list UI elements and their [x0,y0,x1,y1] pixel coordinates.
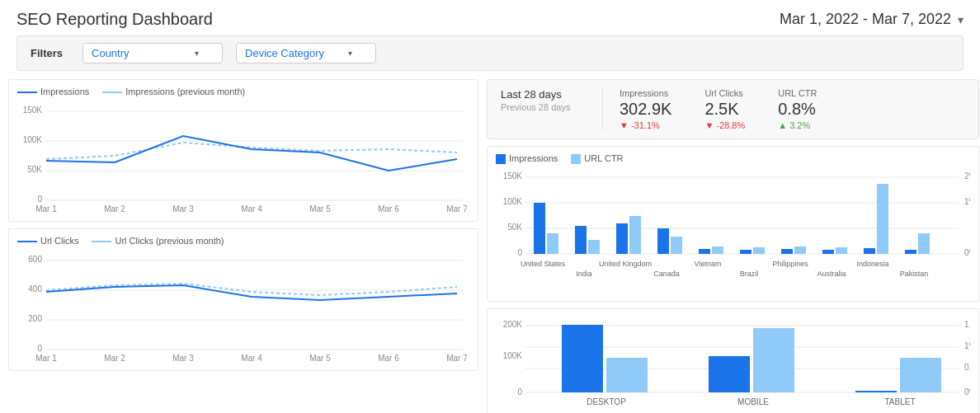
svg-text:150K: 150K [503,171,523,181]
url-clicks-chart-legend: Url Clicks Url Clicks (previous month) [17,236,469,246]
impressions-chart-container: Impressions Impressions (previous month)… [8,79,478,222]
svg-text:MOBILE: MOBILE [737,397,769,406]
svg-text:India: India [576,270,592,278]
date-range-chevron-icon[interactable]: ▾ [958,13,964,26]
impressions-line-dashed [102,92,122,93]
india-impressions-bar [575,226,587,254]
kpi-url-clicks-arrow-icon [704,120,716,130]
svg-text:200K: 200K [503,320,523,329]
kpi-impressions-arrow-icon [620,120,631,130]
kpi-url-ctr-name: URL CTR [778,88,817,98]
device-dropdown-arrow-icon: ▾ [348,49,352,58]
svg-text:50K: 50K [27,165,42,174]
country-dropdown-arrow-icon: ▾ [195,49,199,58]
svg-text:United Kingdom: United Kingdom [599,260,652,268]
svg-text:TABLET: TABLET [884,397,915,406]
url-clicks-prev-legend: Url Clicks (previous month) [92,236,224,246]
tablet-impressions-bar [855,391,897,392]
country-bar-svg: 150K 100K 50K 0 2% 1% 0% [496,167,970,295]
svg-text:Mar 5: Mar 5 [309,204,331,214]
svg-text:United States: United States [521,260,566,268]
india-ctr-bar [588,240,600,254]
indonesia-ctr-bar [877,184,888,254]
page-title: SEO Reporting Dashboard [16,10,213,29]
svg-text:Mar 5: Mar 5 [309,354,331,363]
indonesia-impressions-bar [864,248,875,254]
brazil-impressions-bar [740,250,751,254]
mobile-impressions-bar [709,356,750,392]
brazil-ctr-bar [753,247,765,254]
svg-text:Mar 3: Mar 3 [172,354,194,363]
pakistan-impressions-bar [905,250,916,254]
svg-text:Mar 2: Mar 2 [104,204,125,214]
svg-text:Brazil: Brazil [740,270,759,278]
svg-text:0: 0 [37,344,42,353]
filters-label: Filters [31,47,63,59]
impressions-legend-label: Impressions [40,87,89,96]
svg-text:Canada: Canada [653,270,680,278]
canada-impressions-bar [657,228,669,254]
svg-text:50K: 50K [507,223,522,232]
kpi-impressions: Impressions 302.9K -31.1% [603,88,688,130]
svg-text:1%: 1% [964,341,970,350]
svg-text:Mar 6: Mar 6 [378,204,399,214]
svg-text:Mar 3: Mar 3 [172,204,194,214]
phil-impressions-bar [781,249,793,254]
kpi-impressions-change: -31.1% [620,120,671,130]
svg-text:200: 200 [28,314,42,323]
url-clicks-svg-chart: 600 400 200 0 Mar 1 Mar 2 Mar 3 Mar 4 Ma… [17,249,467,364]
country-bar-light-icon [571,154,581,164]
svg-text:Mar 2: Mar 2 [104,354,125,363]
phil-ctr-bar [794,246,806,254]
kpi-impressions-name: Impressions [620,88,671,98]
svg-text:Mar 7: Mar 7 [446,204,467,214]
svg-text:100K: 100K [503,351,523,360]
url-clicks-prev-legend-label: Url Clicks (previous month) [115,236,224,246]
filters-bar: Filters Country ▾ Device Category ▾ [16,35,964,71]
svg-text:1%: 1% [964,197,970,206]
kpi-period-label: Last 28 days [501,88,589,101]
svg-text:1.5%: 1.5% [964,320,970,329]
device-bar-svg: 200K 100K 0 1.5% 1% 0.5% 0% [496,316,970,413]
device-chart-container: 200K 100K 0 1.5% 1% 0.5% 0% [487,308,979,413]
url-clicks-legend: Url Clicks [17,236,78,246]
url-clicks-chart-container: Url Clicks Url Clicks (previous month) 6… [8,228,478,371]
svg-text:400: 400 [28,284,42,293]
svg-text:2%: 2% [964,171,970,181]
country-filter-value: Country [92,47,130,59]
kpi-url-clicks-change-text: -28.8% [716,120,745,130]
svg-text:0%: 0% [964,387,970,397]
date-range: Mar 1, 2022 - Mar 7, 2022 [780,11,951,28]
kpi-url-clicks-change: -28.8% [704,120,745,130]
svg-text:Mar 1: Mar 1 [35,354,57,363]
aus-ctr-bar [836,247,847,254]
svg-text:Vietnam: Vietnam [695,260,722,268]
url-clicks-line-solid [17,241,37,242]
svg-text:0: 0 [517,387,522,397]
us-impressions-bar [534,203,545,254]
kpi-url-clicks-value: 2.5K [704,100,745,119]
us-ctr-bar [547,233,558,254]
country-ctr-legend: URL CTR [571,153,623,164]
svg-text:Mar 4: Mar 4 [241,354,262,363]
country-ctr-label: URL CTR [584,153,623,163]
desktop-impressions-bar [562,325,603,392]
impressions-chart-legend: Impressions Impressions (previous month) [17,87,469,96]
uk-ctr-bar [629,216,641,254]
country-impressions-label: Impressions [509,153,558,163]
impressions-prev-legend-label: Impressions (previous month) [125,87,245,96]
svg-text:0: 0 [517,248,522,257]
country-filter-dropdown[interactable]: Country ▾ [82,43,223,63]
svg-text:150K: 150K [23,106,43,115]
svg-text:DESKTOP: DESKTOP [587,397,626,406]
country-bar-blue-icon [496,154,506,164]
kpi-url-ctr: URL CTR 0.8% 3.2% [761,88,833,130]
kpi-url-clicks: Url Clicks 2.5K -28.8% [688,88,761,130]
svg-text:100K: 100K [23,135,43,144]
kpi-period-sub: Previous 28 days [501,102,589,112]
device-filter-dropdown[interactable]: Device Category ▾ [236,43,376,63]
kpi-url-ctr-change-text: 3.2% [789,120,810,130]
country-chart-legend: Impressions URL CTR [496,153,970,164]
svg-text:Mar 1: Mar 1 [35,204,57,214]
left-panel: Impressions Impressions (previous month)… [8,79,478,413]
